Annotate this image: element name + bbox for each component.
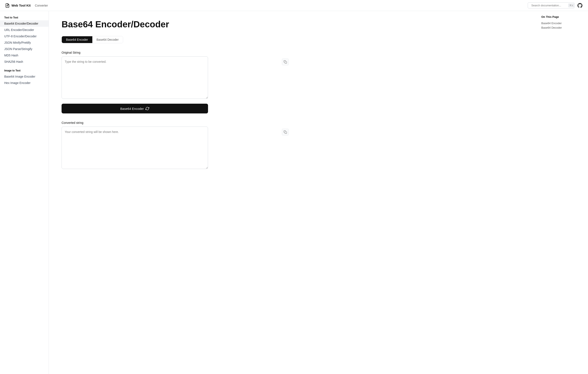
sidebar-item-md5-hash[interactable]: MD5 Hash: [0, 52, 49, 59]
original-string-input[interactable]: [62, 56, 208, 99]
svg-rect-5: [285, 132, 287, 134]
toc-item-base64-encoder[interactable]: Base64 Encoder: [541, 21, 579, 25]
layout: Text to Text Base64 Encoder/Decoder URL …: [0, 11, 588, 374]
github-icon[interactable]: [577, 2, 583, 9]
original-string-label: Original String: [62, 51, 291, 54]
main-content: Base64 Encoder/Decoder Base64 Encoder Ba…: [49, 11, 304, 374]
header-right: ⌘K: [528, 2, 583, 9]
logo[interactable]: Web Tool Kit: [5, 3, 31, 8]
search-input[interactable]: [531, 4, 567, 7]
sidebar: Text to Text Base64 Encoder/Decoder URL …: [0, 11, 49, 374]
page-title: Base64 Encoder/Decoder: [62, 20, 291, 29]
sidebar-item-hex-image-encoder[interactable]: Hex Image Encoder: [0, 80, 49, 86]
header-left: Web Tool Kit Converter: [5, 3, 48, 8]
copy-converted-button[interactable]: [282, 129, 289, 135]
svg-rect-4: [285, 61, 287, 63]
encode-button-label: Base64 Encoder: [120, 107, 144, 111]
sidebar-item-json-parse-stringify[interactable]: JSON Parse/Stringify: [0, 46, 49, 52]
converted-string-wrapper: [62, 127, 291, 170]
converted-string-label: Converted string: [62, 121, 291, 124]
copy-icon-2: [284, 130, 287, 134]
tab-group: Base64 Encoder Base64 Decoder: [62, 36, 123, 43]
search-shortcut: ⌘K: [568, 4, 574, 7]
sidebar-item-url-encoder-decoder[interactable]: URL Encoder/Decoder: [0, 27, 49, 33]
sidebar-item-sha256-hash[interactable]: SHA256 Hash: [0, 59, 49, 65]
sidebar-section-text-to-text: Text to Text: [0, 16, 49, 19]
tab-base64-decoder[interactable]: Base64 Decoder: [92, 36, 123, 43]
copy-icon: [284, 60, 287, 64]
toc-item-base64-decoder[interactable]: Base64 Decoder: [541, 25, 579, 30]
original-string-wrapper: [62, 56, 291, 100]
sidebar-item-utf8-encoder-decoder[interactable]: UTF-8 Encoder/Decoder: [0, 33, 49, 40]
refresh-icon: [145, 107, 149, 111]
tab-base64-encoder[interactable]: Base64 Encoder: [62, 36, 92, 43]
nav-converter-link[interactable]: Converter: [35, 4, 48, 7]
logo-icon: [5, 3, 10, 8]
logo-text: Web Tool Kit: [11, 4, 31, 7]
toc: On This Page Base64 Encoder Base64 Decod…: [541, 15, 579, 30]
search-box[interactable]: ⌘K: [528, 2, 574, 9]
encode-button[interactable]: Base64 Encoder: [62, 104, 208, 113]
header: Web Tool Kit Converter ⌘K: [0, 0, 588, 11]
copy-original-button[interactable]: [282, 59, 289, 65]
sidebar-section-image-to-text: Image to Text: [0, 69, 49, 72]
toc-title: On This Page: [541, 15, 579, 19]
sidebar-item-base64-image-encoder[interactable]: Base64 Image Encoder: [0, 73, 49, 80]
converted-string-output[interactable]: [62, 127, 208, 169]
sidebar-item-base64-encoder-decoder[interactable]: Base64 Encoder/Decoder: [0, 20, 49, 27]
sidebar-item-json-minify-prettify[interactable]: JSON Minify/Prettify: [0, 40, 49, 46]
